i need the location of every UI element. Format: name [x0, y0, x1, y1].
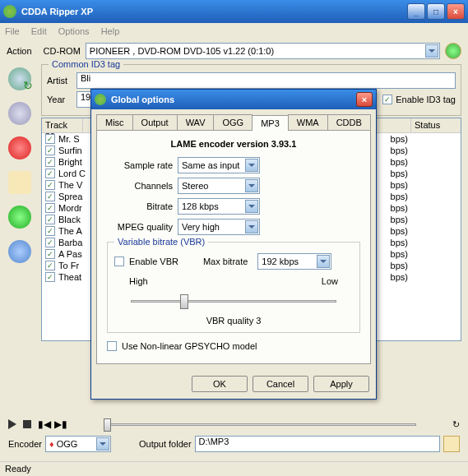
row-checkbox[interactable]: ✓	[45, 238, 55, 247]
track-ext: bps)	[391, 215, 408, 224]
vbr-slider[interactable]	[131, 293, 336, 309]
track-name: Sprea	[58, 192, 82, 201]
chevron-down-icon[interactable]	[317, 255, 330, 268]
row-checkbox[interactable]: ✓	[45, 157, 55, 167]
tab-panel-mp3: LAME encoder version 3.93.1 Sample rate …	[96, 130, 371, 364]
next-button[interactable]: ▶▮	[54, 418, 67, 430]
row-checkbox[interactable]: ✓	[45, 169, 55, 178]
row-checkbox[interactable]: ✓	[45, 226, 55, 236]
seek-track[interactable]	[104, 423, 416, 426]
dialog-tabs: MiscOutputWAVOGGMP3WMACDDB	[91, 109, 376, 130]
cdrom-combo[interactable]: PIONEER , DVD-ROM DVD-105 v1.22 (0:1:0)	[86, 43, 440, 59]
enable-vbr-checkbox[interactable]	[114, 256, 124, 266]
browse-folder-icon[interactable]	[443, 436, 460, 452]
tab-wav[interactable]: WAV	[177, 114, 215, 130]
quality-combo[interactable]: Very high	[178, 219, 260, 235]
menu-options[interactable]: Options	[58, 26, 90, 36]
row-checkbox[interactable]: ✓	[45, 180, 55, 190]
bitrate-label: Bitrate	[107, 201, 173, 211]
row-checkbox[interactable]: ✓	[45, 272, 55, 282]
channels-combo[interactable]: Stereo	[178, 178, 260, 194]
col-status[interactable]: Status	[411, 118, 461, 132]
enable-vbr-label: Enable VBR	[129, 256, 178, 266]
track-ext: bps)	[391, 169, 408, 178]
row-checkbox[interactable]: ✓	[45, 249, 55, 259]
row-checkbox[interactable]: ✓	[45, 203, 55, 213]
quality-label: MPEG quality	[107, 222, 173, 232]
gpsycho-label: Use Non-linear GPSYCHO model	[122, 341, 257, 351]
col-track-name[interactable]: Track na	[42, 118, 83, 132]
track-ext: bps)	[391, 261, 408, 270]
prev-button[interactable]: ▮◀	[38, 418, 51, 430]
track-name: Barba	[58, 238, 82, 247]
track-name: Mordr	[58, 203, 82, 213]
row-checkbox[interactable]: ✓	[45, 215, 55, 224]
chevron-down-icon[interactable]	[245, 179, 258, 192]
minimize-button[interactable]: _	[407, 3, 425, 20]
dialog-icon	[95, 94, 106, 105]
gear-icon[interactable]	[8, 240, 31, 263]
gpsycho-checkbox[interactable]	[107, 341, 117, 351]
enable-id3-checkbox[interactable]: ✓	[382, 95, 392, 104]
output-folder-input[interactable]: D:\MP3	[195, 436, 440, 452]
refresh-icon[interactable]	[445, 43, 461, 59]
tab-ogg[interactable]: OGG	[213, 114, 253, 130]
window-titlebar: CDDA Ripper XP _ □ ×	[0, 0, 468, 23]
row-checkbox[interactable]: ✓	[45, 192, 55, 201]
encoder-combo[interactable]: ♦ OGG	[45, 436, 111, 452]
bitrate-combo[interactable]: 128 kbps	[178, 198, 260, 215]
apply-button[interactable]: Apply	[313, 376, 369, 392]
chevron-down-icon[interactable]	[425, 44, 438, 58]
track-name: Surfin	[58, 146, 82, 155]
rip-icon[interactable]: ↻	[8, 67, 31, 90]
menu-file[interactable]: File	[5, 26, 20, 36]
id3-legend: Common ID3 tag	[49, 59, 123, 69]
slider-thumb[interactable]	[180, 294, 188, 309]
dialog-titlebar: Global options ×	[91, 90, 376, 109]
artist-input[interactable]: Bli	[76, 72, 456, 89]
max-bitrate-combo[interactable]: 192 kbps	[257, 253, 331, 270]
tab-output[interactable]: Output	[132, 114, 178, 130]
edit-icon[interactable]	[8, 171, 31, 194]
cdrom-label: CD-ROM	[44, 46, 81, 56]
chevron-down-icon[interactable]	[245, 159, 258, 172]
tab-cddb[interactable]: CDDB	[327, 114, 371, 130]
action-label: Action	[7, 46, 32, 56]
track-name: Theat	[58, 272, 81, 282]
row-checkbox[interactable]: ✓	[45, 146, 55, 155]
ok-button[interactable]: OK	[192, 376, 248, 392]
cancel-icon[interactable]	[8, 136, 31, 159]
menu-edit[interactable]: Edit	[31, 26, 47, 36]
seek-thumb[interactable]	[104, 418, 111, 432]
output-label: Output folder	[139, 439, 192, 449]
track-ext: bps)	[391, 238, 408, 247]
disc-icon[interactable]	[8, 102, 31, 125]
repeat-icon[interactable]: ↻	[452, 419, 460, 430]
global-options-dialog: Global options × MiscOutputWAVOGGMP3WMAC…	[90, 89, 377, 400]
track-ext: bps)	[391, 226, 408, 236]
tab-misc[interactable]: Misc	[96, 114, 133, 130]
play-button[interactable]	[8, 419, 16, 429]
vbr-legend: Variable bitrate (VBR)	[114, 237, 208, 247]
download-icon[interactable]	[8, 206, 31, 229]
enable-id3-label: Enable ID3 tag	[396, 95, 456, 104]
chevron-down-icon[interactable]	[245, 200, 258, 213]
slider-track	[131, 300, 336, 303]
row-checkbox[interactable]: ✓	[45, 261, 55, 270]
app-icon	[3, 5, 16, 18]
channels-label: Channels	[107, 181, 173, 191]
close-button[interactable]: ×	[447, 3, 465, 20]
stop-button[interactable]	[23, 420, 31, 428]
sample-rate-combo[interactable]: Same as input	[178, 157, 260, 173]
maximize-button[interactable]: □	[427, 3, 445, 20]
lame-heading: LAME encoder version 3.93.1	[107, 139, 360, 149]
dialog-close-button[interactable]: ×	[356, 92, 373, 107]
cancel-button[interactable]: Cancel	[253, 376, 308, 392]
chevron-down-icon[interactable]	[96, 437, 109, 451]
row-checkbox[interactable]: ✓	[45, 134, 55, 144]
window-title: CDDA Ripper XP	[21, 7, 405, 16]
tab-wma[interactable]: WMA	[288, 114, 328, 130]
menu-help[interactable]: Help	[101, 26, 120, 36]
chevron-down-icon[interactable]	[245, 220, 258, 233]
tab-mp3[interactable]: MP3	[252, 115, 289, 131]
